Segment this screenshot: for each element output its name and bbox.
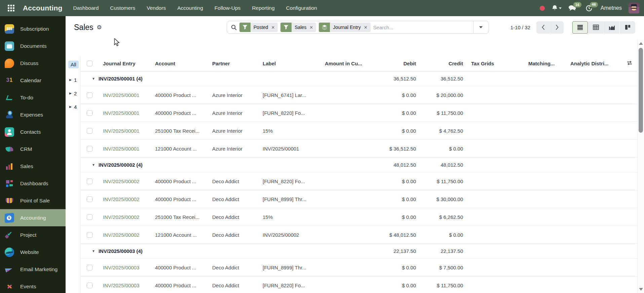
cell-partner[interactable]: Azure Interior bbox=[208, 110, 259, 116]
sidebar-item-expenses[interactable]: Expenses bbox=[0, 106, 66, 123]
cell-account[interactable]: 400000 Product ... bbox=[151, 178, 208, 184]
cell-credit[interactable]: $ 20,000.00 bbox=[420, 92, 467, 98]
cell-partner[interactable]: Deco Addict bbox=[208, 214, 259, 220]
cell-journal-entry[interactable]: INV/2025/00002 bbox=[99, 178, 151, 184]
sidebar-item-website[interactable]: Website bbox=[0, 243, 66, 261]
nav-item-dashboard[interactable]: Dashboard bbox=[73, 5, 99, 11]
sidebar-item-crm[interactable]: CRM bbox=[0, 140, 66, 158]
cell-partner[interactable]: Azure Interior bbox=[208, 92, 259, 98]
table-row[interactable]: INV/2025/00001 400000 Product ... Azure … bbox=[80, 104, 637, 122]
notifications-bell-icon[interactable] bbox=[552, 5, 562, 11]
sidebar-item-events[interactable]: Events bbox=[0, 278, 66, 293]
search-bar[interactable]: Posted ✕ Sales ✕ Journal Entry bbox=[227, 21, 489, 34]
row-checkbox[interactable] bbox=[87, 146, 92, 152]
cell-debit[interactable]: $ 0.00 bbox=[371, 178, 420, 184]
sidebar-item-contacts[interactable]: Contacts bbox=[0, 123, 66, 140]
cell-partner[interactable]: Deco Addict bbox=[208, 283, 259, 288]
cell-label[interactable]: [FURN_8999] Thr... bbox=[259, 265, 321, 270]
sidebar-item-to-do[interactable]: To-do bbox=[0, 89, 66, 106]
facet-remove-icon[interactable]: ✕ bbox=[271, 25, 275, 30]
cell-journal-entry[interactable]: INV/2025/00003 bbox=[99, 265, 151, 270]
cell-label[interactable]: [FURN_8220] Fo... bbox=[259, 283, 321, 288]
cell-debit[interactable]: $ 0.00 bbox=[371, 265, 420, 270]
nav-item-follow-ups[interactable]: Follow-Ups bbox=[215, 5, 241, 11]
facet-journal-entry[interactable]: Journal Entry ✕ bbox=[319, 23, 370, 32]
cell-debit[interactable]: $ 48,012.50 bbox=[371, 232, 420, 238]
sidebar-item-subscription[interactable]: Subscription bbox=[0, 20, 66, 37]
cell-credit[interactable]: $ 4,762.50 bbox=[420, 128, 467, 134]
sidebar-item-calendar[interactable]: Calendar bbox=[0, 72, 66, 89]
cell-account[interactable]: 121000 Account ... bbox=[151, 232, 208, 238]
row-checkbox[interactable] bbox=[87, 178, 92, 184]
cell-credit[interactable]: $ 11,750.00 bbox=[420, 283, 467, 288]
cell-journal-entry[interactable]: INV/2025/00002 bbox=[99, 232, 151, 238]
column-header-amount-currency[interactable]: Amount in Cu... bbox=[321, 61, 371, 66]
table-row[interactable]: INV/2025/00002 251000 Tax Recei... Deco … bbox=[80, 208, 637, 226]
row-checkbox[interactable] bbox=[87, 283, 92, 288]
cell-label[interactable]: 15% bbox=[259, 128, 321, 134]
activities-clock-icon[interactable]: 46 bbox=[585, 5, 593, 12]
cell-label[interactable]: INV/2025/00002 bbox=[259, 232, 321, 238]
nav-item-customers[interactable]: Customers bbox=[110, 5, 135, 11]
group-row[interactable]: ▼ INV/2025/00002 (4) 48,012.50 48,012.50 bbox=[80, 158, 637, 172]
column-header-debit[interactable]: Debit bbox=[371, 61, 420, 66]
cell-account[interactable]: 251000 Tax Recei... bbox=[151, 214, 208, 220]
optional-columns-icon[interactable] bbox=[627, 60, 633, 67]
cell-label[interactable]: [FURN_8220] Fo... bbox=[259, 178, 321, 184]
cell-journal-entry[interactable]: INV/2025/00001 bbox=[99, 92, 151, 98]
row-checkbox[interactable] bbox=[87, 128, 92, 134]
cell-journal-entry[interactable]: INV/2025/00003 bbox=[99, 283, 151, 288]
cell-debit[interactable]: $ 0.00 bbox=[371, 214, 420, 220]
sidebar-item-discuss[interactable]: Discuss bbox=[0, 55, 66, 72]
column-header-credit[interactable]: Credit bbox=[420, 61, 467, 66]
facet-sales[interactable]: Sales ✕ bbox=[280, 23, 316, 32]
group-nav-all[interactable]: All bbox=[68, 61, 79, 68]
cell-label[interactable]: INV/2025/00001 bbox=[259, 146, 321, 152]
cell-label[interactable]: [FURN_6741] Lar... bbox=[259, 92, 321, 98]
scroll-up-arrow-icon[interactable] bbox=[639, 42, 643, 45]
cell-credit[interactable]: $ 30,000.00 bbox=[420, 196, 467, 202]
table-row[interactable]: INV/2025/00001 251000 Tax Recei... Azure… bbox=[80, 122, 637, 140]
cell-partner[interactable]: Azure Interior bbox=[208, 146, 259, 152]
search-options-toggle[interactable] bbox=[473, 21, 489, 33]
cell-account[interactable]: 400000 Product ... bbox=[151, 265, 208, 270]
sidebar-item-documents[interactable]: Documents bbox=[0, 37, 66, 55]
cell-credit[interactable]: $ 0.00 bbox=[420, 232, 467, 238]
scroll-down-arrow-icon[interactable] bbox=[639, 288, 643, 291]
vertical-scrollbar[interactable] bbox=[637, 40, 644, 293]
row-checkbox[interactable] bbox=[87, 265, 92, 270]
cell-journal-entry[interactable]: INV/2025/00002 bbox=[99, 214, 151, 220]
cell-credit[interactable]: $ 7,500.00 bbox=[420, 265, 467, 270]
sidebar-item-accounting[interactable]: Accounting bbox=[0, 209, 66, 226]
group-title-cell[interactable]: ▼ INV/2025/00002 (4) bbox=[80, 162, 371, 168]
cell-debit[interactable]: $ 0.00 bbox=[371, 196, 420, 202]
column-header-tax-grids[interactable]: Tax Grids bbox=[467, 61, 524, 66]
cell-partner[interactable]: Deco Addict bbox=[208, 265, 259, 270]
column-header-matching[interactable]: Matching... bbox=[524, 61, 566, 66]
cell-debit[interactable]: $ 36,512.50 bbox=[371, 146, 420, 152]
list-view-button[interactable] bbox=[572, 21, 588, 34]
sidebar-item-email-marketing[interactable]: Email Marketing bbox=[0, 261, 66, 278]
messages-icon[interactable]: 16 bbox=[568, 5, 576, 11]
row-checkbox[interactable] bbox=[87, 92, 92, 98]
group-title-cell[interactable]: ▼ INV/2025/00001 (4) bbox=[80, 76, 371, 82]
pager-previous-button[interactable] bbox=[536, 21, 550, 34]
group-nav-item[interactable]: ▶ 2 bbox=[68, 87, 80, 100]
cell-account[interactable]: 251000 Tax Recei... bbox=[151, 128, 208, 134]
user-name[interactable]: Ametnes bbox=[601, 5, 622, 11]
cell-credit[interactable]: $ 0.00 bbox=[420, 146, 467, 152]
table-row[interactable]: INV/2025/00001 121000 Account ... Azure … bbox=[80, 140, 637, 158]
sidebar-item-sales[interactable]: Sales bbox=[0, 158, 66, 175]
gear-icon[interactable]: ⚙ bbox=[97, 25, 102, 30]
row-checkbox[interactable] bbox=[87, 196, 92, 202]
table-row[interactable]: INV/2025/00003 400000 Product ... Deco A… bbox=[80, 276, 637, 293]
facet-remove-icon[interactable]: ✕ bbox=[364, 25, 368, 30]
group-title-cell[interactable]: ▼ INV/2025/00003 (4) bbox=[80, 248, 371, 254]
column-header-partner[interactable]: Partner bbox=[208, 61, 259, 66]
nav-item-vendors[interactable]: Vendors bbox=[147, 5, 166, 11]
caret-down-icon[interactable]: ▼ bbox=[92, 77, 95, 80]
caret-down-icon[interactable]: ▼ bbox=[92, 163, 95, 167]
cell-debit[interactable]: $ 0.00 bbox=[371, 128, 420, 134]
cell-journal-entry[interactable]: INV/2025/00001 bbox=[99, 146, 151, 152]
cell-journal-entry[interactable]: INV/2025/00002 bbox=[99, 196, 151, 202]
